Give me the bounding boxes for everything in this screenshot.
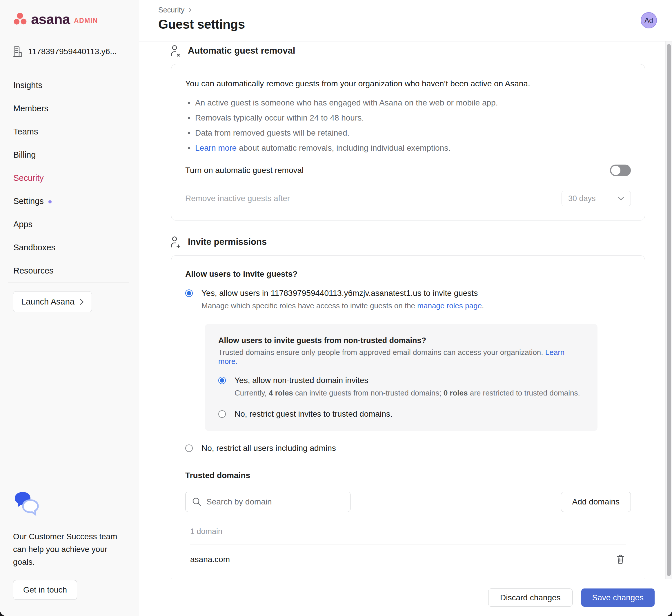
radio-label[interactable]: Yes, allow users in 1178397959440113.y6m… bbox=[201, 289, 478, 298]
manage-roles-page-link[interactable]: manage roles page bbox=[417, 301, 482, 310]
domain-count: 1 domain bbox=[190, 527, 626, 536]
sidebar-divider bbox=[8, 282, 129, 283]
org-selector[interactable]: 1178397959440113.y6... bbox=[0, 36, 139, 67]
trash-icon bbox=[616, 554, 625, 564]
sidebar-item-label: Apps bbox=[13, 220, 32, 229]
remove-after-value: 30 days bbox=[568, 194, 596, 203]
section-title: Invite permissions bbox=[188, 237, 267, 247]
roles-count: 0 roles bbox=[444, 389, 468, 397]
asana-admin-window: asana ADMIN 1178397959440113.y6... Insig… bbox=[0, 0, 672, 616]
breadcrumb-security-link[interactable]: Security bbox=[158, 6, 184, 14]
add-domains-button[interactable]: Add domains bbox=[561, 492, 631, 512]
sidebar-item-label: Billing bbox=[13, 150, 36, 160]
vertical-scrollbar[interactable] bbox=[665, 41, 672, 579]
auto-removal-toggle-row: Turn on automatic guest removal bbox=[185, 165, 631, 176]
radio-label[interactable]: No, restrict all users including admins bbox=[201, 444, 336, 453]
search-icon bbox=[192, 497, 202, 507]
settings-notification-dot bbox=[48, 200, 52, 203]
description-text: Trusted domains ensure only people from … bbox=[218, 348, 545, 357]
radio-row-allow-invite: Yes, allow users in 1178397959440113.y6m… bbox=[185, 289, 631, 298]
sidebar: asana ADMIN 1178397959440113.y6... Insig… bbox=[0, 0, 139, 616]
sidebar-item-label: Insights bbox=[13, 81, 42, 90]
remove-after-row: Remove inactive guests after 30 days bbox=[185, 191, 631, 206]
radio-row-allow-nontrusted: Yes, allow non-trusted domain invites bbox=[218, 376, 584, 385]
trusted-domains-list: 1 domain asana.com bbox=[190, 527, 626, 568]
radio-allow-invite-subtext: Manage which specific roles have access … bbox=[201, 301, 631, 311]
subtext: Currently, bbox=[234, 389, 269, 397]
radio-label[interactable]: No, restrict guest invites to trusted do… bbox=[234, 409, 393, 419]
get-in-touch-button[interactable]: Get in touch bbox=[13, 580, 77, 600]
sidebar-item-apps[interactable]: Apps bbox=[0, 213, 139, 236]
delete-domain-button[interactable] bbox=[615, 553, 626, 566]
radio-restrict-nontrusted[interactable] bbox=[218, 410, 226, 418]
page-header: Security Guest settings Ad bbox=[139, 0, 672, 41]
auto-removal-card: You can automatically remove guests from… bbox=[171, 64, 645, 220]
footer-action-bar: Discard changes Save changes bbox=[139, 579, 672, 616]
chevron-down-icon bbox=[618, 197, 624, 201]
radio-allow-invite[interactable] bbox=[185, 289, 193, 297]
launch-asana-button[interactable]: Launch Asana bbox=[13, 291, 92, 312]
discard-changes-button[interactable]: Discard changes bbox=[488, 588, 573, 607]
domain-row: asana.com bbox=[190, 544, 626, 568]
breadcrumb: Security bbox=[158, 6, 672, 14]
sidebar-item-billing[interactable]: Billing bbox=[0, 143, 139, 166]
sidebar-divider bbox=[8, 67, 129, 67]
sidebar-item-teams[interactable]: Teams bbox=[0, 120, 139, 143]
auto-removal-section-header: Automatic guest removal bbox=[170, 45, 672, 57]
sidebar-item-label: Sandboxes bbox=[13, 243, 55, 252]
person-x-icon bbox=[170, 45, 180, 57]
invite-question: Allow users to invite guests? bbox=[185, 269, 631, 279]
remove-after-select[interactable]: 30 days bbox=[562, 191, 631, 206]
sidebar-nav: Insights Members Teams Billing Security … bbox=[0, 74, 139, 282]
radio-restrict-all[interactable] bbox=[185, 444, 193, 452]
sidebar-item-insights[interactable]: Insights bbox=[0, 74, 139, 97]
remove-after-label: Remove inactive guests after bbox=[185, 194, 290, 203]
asana-admin-logo: asana ADMIN bbox=[14, 13, 139, 25]
trusted-domains-title: Trusted domains bbox=[185, 471, 631, 480]
domain-search-input[interactable] bbox=[206, 497, 344, 506]
non-trusted-domains-panel: Allow users to invite guests from non-tr… bbox=[205, 324, 598, 431]
sidebar-item-label: Resources bbox=[13, 266, 54, 276]
learn-more-link[interactable]: Learn more bbox=[195, 143, 236, 152]
scrollbar-thumb[interactable] bbox=[667, 44, 671, 576]
toggle-label: Turn on automatic guest removal bbox=[185, 166, 303, 175]
bullet-item: Removals typically occur within 24 to 48… bbox=[185, 112, 631, 123]
radio-label[interactable]: Yes, allow non-trusted domain invites bbox=[234, 376, 368, 385]
toggle-knob bbox=[611, 166, 620, 175]
settings-scroll-area: Automatic guest removal You can automati… bbox=[139, 41, 672, 579]
building-icon bbox=[13, 46, 22, 57]
subtext: Manage which specific roles have access … bbox=[201, 301, 417, 310]
bullet-item: Data from removed guests will be retaine… bbox=[185, 127, 631, 138]
admin-label: ADMIN bbox=[74, 16, 98, 25]
sidebar-item-members[interactable]: Members bbox=[0, 97, 139, 120]
sidebar-item-security[interactable]: Security bbox=[0, 166, 139, 189]
save-changes-button[interactable]: Save changes bbox=[581, 588, 655, 607]
subtext: are restricted to trusted domains. bbox=[468, 389, 580, 397]
org-name: 1178397959440113.y6... bbox=[28, 47, 117, 56]
avatar[interactable]: Ad bbox=[641, 12, 657, 28]
sidebar-item-resources[interactable]: Resources bbox=[0, 259, 139, 282]
chevron-right-icon bbox=[80, 299, 84, 305]
bullet-item: Learn more about automatic removals, inc… bbox=[185, 143, 631, 154]
section-title: Automatic guest removal bbox=[188, 45, 295, 56]
chat-bubbles-icon bbox=[13, 491, 126, 516]
asana-wordmark: asana bbox=[31, 13, 70, 25]
invite-permissions-section-header: Invite permissions bbox=[170, 236, 672, 248]
sidebar-item-label: Security bbox=[13, 173, 44, 183]
launch-asana-label: Launch Asana bbox=[21, 297, 74, 307]
invite-permissions-card: Allow users to invite guests? Yes, allow… bbox=[171, 255, 645, 579]
sidebar-item-sandboxes[interactable]: Sandboxes bbox=[0, 236, 139, 259]
sidebar-item-label: Teams bbox=[13, 127, 38, 136]
trusted-domains-toolbar: Add domains bbox=[185, 492, 631, 512]
bullet-text: about automatic removals, including indi… bbox=[236, 143, 451, 152]
customer-success-block: Our Customer Success team can help you a… bbox=[0, 491, 139, 616]
sidebar-item-label: Members bbox=[13, 104, 48, 113]
roles-count: 4 roles bbox=[269, 389, 293, 397]
subtext: . bbox=[482, 301, 484, 310]
radio-allow-nontrusted[interactable] bbox=[218, 377, 226, 384]
sidebar-item-settings[interactable]: Settings bbox=[0, 189, 139, 213]
subtext: can invite guests from non-trusted domai… bbox=[293, 389, 444, 397]
bullet-item: An active guest is someone who has engag… bbox=[185, 97, 631, 108]
auto-removal-toggle[interactable] bbox=[610, 165, 631, 176]
chevron-right-icon bbox=[188, 8, 192, 12]
